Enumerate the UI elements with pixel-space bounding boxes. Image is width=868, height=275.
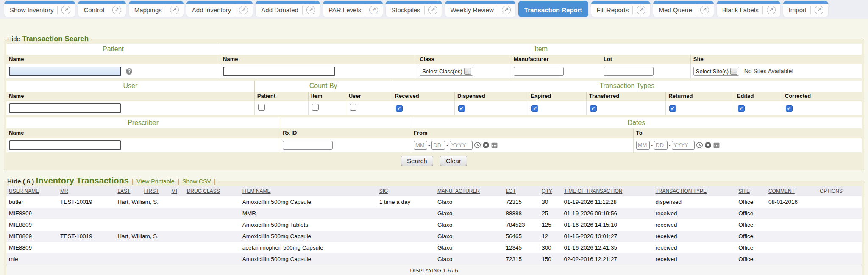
from-day-input[interactable] [431,141,445,150]
type-dispensed-checkbox[interactable]: ✓ [458,105,465,112]
cell-site: Office [736,208,766,219]
external-link-icon[interactable]: ↗ [306,6,315,14]
type-edited-checkbox[interactable]: ✓ [738,105,745,112]
search-button[interactable]: Search [401,156,433,166]
external-link-icon[interactable]: ↗ [767,6,776,14]
lot-input[interactable] [604,67,654,76]
type-received-label: Received [392,92,454,101]
transaction-search-legend: Hide Transaction Search [6,35,91,43]
external-link-icon[interactable]: ↗ [369,6,378,14]
column-header-time-of-transaction[interactable]: TIME OF TRANSACTION [562,186,653,196]
site-picker[interactable]: Select Site(s) ... [693,67,739,76]
date-separator: - [446,142,448,148]
tab-add-inventory[interactable]: Add Inventory↗ [186,1,253,17]
from-month-input[interactable] [414,141,427,150]
search-panel-title: Transaction Search [22,35,89,43]
tab-label: Stockpiles [391,6,420,14]
external-link-icon[interactable]: ↗ [428,6,437,14]
tab-add-donated[interactable]: Add Donated↗ [256,1,320,17]
tab-weekly-review[interactable]: Weekly Review↗ [445,1,515,17]
tab-transaction-report[interactable]: Transaction Report [518,1,588,17]
from-year-input[interactable] [450,141,473,150]
hide-results-link[interactable]: Hide ( 6 ) [7,178,34,185]
cell-lot: 72315 [503,253,539,265]
tab-med-queue[interactable]: Med Queue↗ [653,1,713,17]
column-header-user-name[interactable]: USER NAME [6,186,58,196]
tab-label: Blank Labels [722,6,759,14]
manufacturer-input[interactable] [514,67,564,76]
cell-comment [766,208,817,219]
column-header-sig[interactable]: SIG [377,186,435,196]
tab-control[interactable]: Control↗ [78,1,125,17]
column-header-mr[interactable]: MR [58,186,115,196]
divider: | [132,178,134,185]
tab-par-levels[interactable]: PAR Levels↗ [323,1,383,17]
prescriber-name-input[interactable] [9,140,121,150]
cell-time-of-transaction: 01-16-2026 12:41:35 [562,242,653,253]
to-year-input[interactable] [672,141,695,150]
class-picker[interactable]: Select Class(es) ... [420,67,473,76]
column-header-drug-class[interactable]: DRUG CLASS [184,186,240,196]
date-separator: - [651,142,653,148]
to-month-input[interactable] [636,141,650,150]
column-header-last[interactable]: LAST [115,186,142,196]
calendar-icon[interactable] [491,142,498,149]
tab-blank-labels[interactable]: Blank Labels↗ [717,1,780,17]
count-by-user-checkbox[interactable] [350,104,356,111]
type-returned-checkbox[interactable]: ✓ [669,105,676,112]
column-header-manufacturer[interactable]: MANUFACTURER [435,186,503,196]
help-icon[interactable]: ? [126,68,132,75]
no-sites-message: No Sites Available! [744,68,793,75]
external-link-icon[interactable]: ↗ [815,6,823,14]
clear-date-icon[interactable] [482,142,490,149]
show-csv-link[interactable]: Show CSV [182,178,211,185]
item-name-input[interactable] [223,67,335,76]
type-received-checkbox[interactable]: ✓ [396,105,403,112]
tab-accent-bar [129,1,184,4]
column-header-comment[interactable]: COMMENT [766,186,817,196]
to-day-input[interactable] [654,141,668,150]
column-header-mi[interactable]: MI [169,186,184,196]
column-header-site[interactable]: SITE [736,186,766,196]
user-name-input[interactable] [9,103,121,113]
count-by-item-checkbox[interactable] [312,104,319,111]
hide-search-link[interactable]: Hide [7,35,20,42]
tab-import[interactable]: Import↗ [783,1,829,17]
external-link-icon[interactable]: ↗ [112,6,121,14]
patient-name-input[interactable] [9,67,121,76]
clock-icon[interactable] [474,142,481,149]
column-header-item-name[interactable]: ITEM NAME [240,186,377,196]
site-picker-ellipsis-button[interactable]: ... [730,68,737,75]
external-link-icon[interactable]: ↗ [61,6,70,14]
column-header-transaction-type[interactable]: TRANSACTION TYPE [653,186,736,196]
class-picker-ellipsis-button[interactable]: ... [464,68,471,75]
column-header-first[interactable]: FIRST [142,186,169,196]
external-link-icon[interactable]: ↗ [502,6,511,14]
external-link-icon[interactable]: ↗ [637,6,645,14]
tab-divider [498,6,498,14]
tab-show-inventory[interactable]: Show Inventory↗ [4,1,75,17]
view-printable-link[interactable]: View Printable [136,178,174,185]
inventory-transactions-legend: Hide ( 6 ) Inventory Transactions | View… [6,176,220,186]
tab-fill-reports[interactable]: Fill Reports↗ [591,1,651,17]
count-by-patient-checkbox[interactable] [258,104,265,111]
external-link-icon[interactable]: ↗ [239,6,248,14]
type-transferred-checkbox[interactable]: ✓ [590,105,597,112]
column-header-lot[interactable]: LOT [503,186,539,196]
external-link-icon[interactable]: ↗ [170,6,179,14]
external-link-icon[interactable]: ↗ [700,6,709,14]
type-corrected-checkbox[interactable]: ✓ [786,105,793,112]
cell-mr [58,208,115,219]
type-expired-checkbox[interactable]: ✓ [531,105,538,112]
cell-time-of-transaction: 02-02-2016 12:21:27 [562,253,653,265]
rxid-section-header-spacer [280,117,411,128]
tab-mappings[interactable]: Mappings↗ [129,1,184,17]
tab-stockpiles[interactable]: Stockpiles↗ [386,1,442,17]
clear-button[interactable]: Clear [440,156,467,166]
rx-id-input[interactable] [283,141,333,150]
calendar-icon[interactable] [713,142,720,149]
cell-lot: 784523 [503,219,539,231]
clock-icon[interactable] [696,142,703,149]
clear-date-icon[interactable] [704,142,712,149]
column-header-qty[interactable]: QTY [539,186,561,196]
